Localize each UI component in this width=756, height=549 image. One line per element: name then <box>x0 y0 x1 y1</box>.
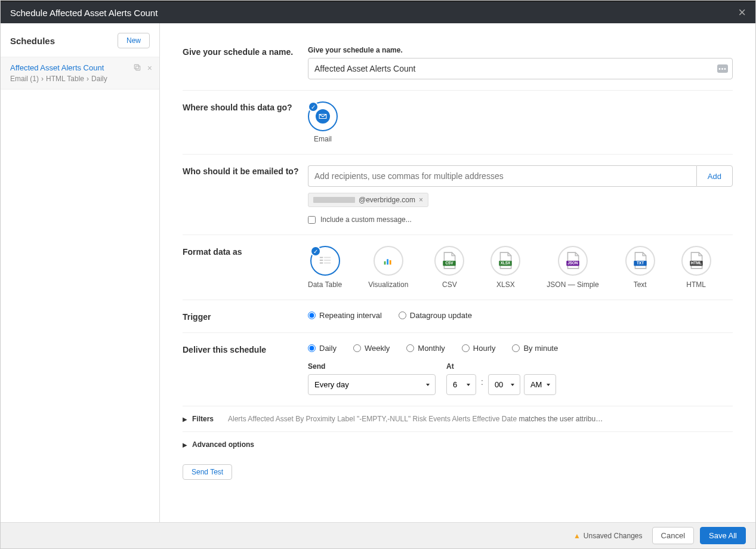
frequency-monthly[interactable]: Monthly <box>406 344 445 353</box>
caret-right-icon: ▶ <box>183 442 187 448</box>
trigger-datagroup-option[interactable]: Datagroup update <box>399 311 472 320</box>
custom-message-label: Include a custom message... <box>320 215 412 224</box>
destination-email-option[interactable]: ✓ Email <box>308 101 338 143</box>
frequency-by-minute[interactable]: By minute <box>512 344 558 353</box>
destination-section-label: Where should this data go? <box>183 101 308 143</box>
svg-text:CSV: CSV <box>446 261 454 265</box>
format-option-json-simple[interactable]: JSONJSON — Simple <box>547 246 598 289</box>
sidebar: Schedules New Affected Asset Alerts Coun… <box>1 23 160 523</box>
format-section-label: Format data as <box>183 246 308 289</box>
svg-rect-0 <box>135 66 140 70</box>
redacted-text <box>313 197 355 203</box>
svg-rect-1 <box>134 64 138 69</box>
format-option-data-table[interactable]: ✓Data Table <box>308 246 342 289</box>
warning-icon: ▲ <box>573 532 581 540</box>
caret-right-icon: ▶ <box>183 416 187 422</box>
add-recipient-button[interactable]: Add <box>696 165 733 187</box>
svg-rect-10 <box>390 260 391 264</box>
recipients-section-label: Who should it be emailed to? <box>183 165 308 224</box>
check-icon: ✓ <box>310 246 321 257</box>
minute-select[interactable]: 00 <box>488 374 520 395</box>
schedule-item-breadcrumb: Email (1) › HTML Table › Daily <box>10 75 150 83</box>
svg-text:HTML: HTML <box>691 261 702 265</box>
modal-header: Schedule Affected Asset Alerts Count × <box>1 1 755 23</box>
more-icon[interactable]: ••• <box>717 64 728 73</box>
footer-bar: ▲ Unsaved Changes Cancel Save All <box>1 522 755 548</box>
frequency-daily[interactable]: Daily <box>308 344 337 353</box>
deliver-section-label: Deliver this schedule <box>183 344 308 395</box>
svg-rect-8 <box>384 261 385 265</box>
duplicate-icon[interactable] <box>133 63 141 73</box>
schedule-item-title: Affected Asset Alerts Count <box>10 63 150 72</box>
schedules-heading: Schedules <box>10 36 55 46</box>
format-option-html[interactable]: HTMLHTML <box>681 246 711 289</box>
send-frequency-select[interactable]: Every day <box>308 374 436 395</box>
frequency-weekly[interactable]: Weekly <box>353 344 390 353</box>
svg-text:JSON: JSON <box>567 261 578 265</box>
svg-text:TXT: TXT <box>637 261 644 265</box>
format-option-text[interactable]: TXTText <box>625 246 655 289</box>
main-form: Give your schedule a name. Give your sch… <box>160 23 755 523</box>
trigger-section-label: Trigger <box>183 311 308 322</box>
name-section-label: Give your schedule a name. <box>183 46 308 79</box>
email-icon <box>316 109 330 124</box>
recipients-input[interactable] <box>308 165 696 187</box>
custom-message-checkbox[interactable] <box>308 216 316 224</box>
new-schedule-button[interactable]: New <box>118 33 150 48</box>
format-option-visualization[interactable]: Visualization <box>368 246 408 289</box>
svg-rect-9 <box>387 259 388 264</box>
at-label: At <box>446 362 556 371</box>
name-field-label: Give your schedule a name. <box>308 46 733 54</box>
frequency-hourly[interactable]: Hourly <box>462 344 496 353</box>
check-icon: ✓ <box>308 101 319 112</box>
unsaved-changes-indicator: ▲ Unsaved Changes <box>573 532 643 540</box>
close-icon[interactable]: × <box>738 5 746 20</box>
schedule-name-input[interactable] <box>308 58 733 79</box>
recipient-chip: @everbridge.com × <box>308 193 428 207</box>
format-option-xlsx[interactable]: XLSXXLSX <box>490 246 520 289</box>
send-label: Send <box>308 362 436 371</box>
cancel-button[interactable]: Cancel <box>652 527 694 544</box>
svg-text:XLSX: XLSX <box>501 261 511 265</box>
filters-detail: Alerts Affected Asset By Proximity Label… <box>228 415 603 423</box>
modal-title: Schedule Affected Asset Alerts Count <box>10 8 158 18</box>
hour-select[interactable]: 6 <box>446 374 476 395</box>
delete-icon[interactable]: × <box>147 63 152 73</box>
remove-chip-icon[interactable]: × <box>419 196 423 204</box>
ampm-select[interactable]: AM <box>524 374 556 395</box>
trigger-repeating-option[interactable]: Repeating interval <box>308 311 382 320</box>
schedule-list-item[interactable]: Affected Asset Alerts Count Email (1) › … <box>1 57 159 90</box>
format-option-csv[interactable]: CSVCSV <box>434 246 464 289</box>
advanced-options-section[interactable]: ▶ Advanced options <box>183 431 733 457</box>
send-test-button[interactable]: Send Test <box>183 464 232 480</box>
save-all-button[interactable]: Save All <box>700 527 746 544</box>
filters-section[interactable]: ▶ Filters Alerts Affected Asset By Proxi… <box>183 406 733 431</box>
